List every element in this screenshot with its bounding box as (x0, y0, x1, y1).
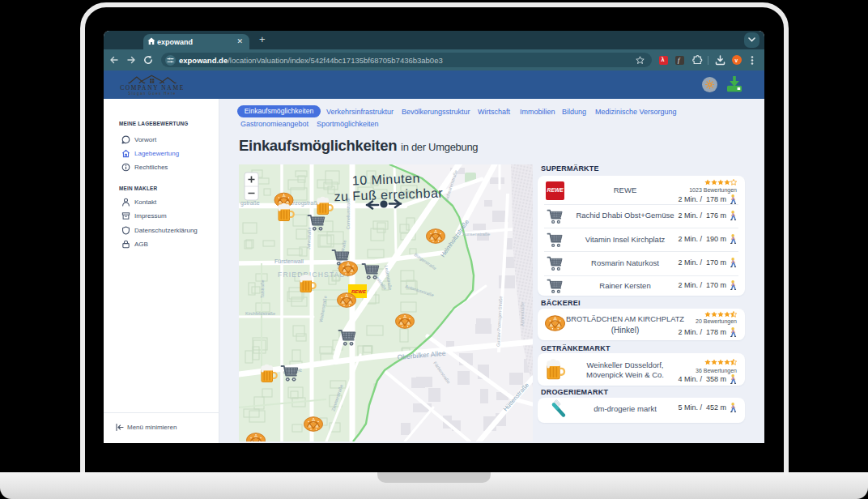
svg-text:REWE: REWE (351, 289, 367, 294)
svg-text:gstraße: gstraße (240, 200, 260, 207)
svg-text:Kirchfeldstraße: Kirchfeldstraße (245, 311, 275, 316)
svg-text:Arminstraße: Arminstraße (520, 302, 525, 326)
svg-text:Jahnstraße: Jahnstraße (306, 227, 312, 250)
svg-text:Talstraße: Talstraße (260, 279, 265, 298)
svg-text:Bunsenstraße: Bunsenstraße (462, 232, 490, 237)
svg-text:10 Minuten: 10 Minuten (352, 171, 421, 187)
svg-text:Fürstenwall: Fürstenwall (274, 258, 304, 264)
